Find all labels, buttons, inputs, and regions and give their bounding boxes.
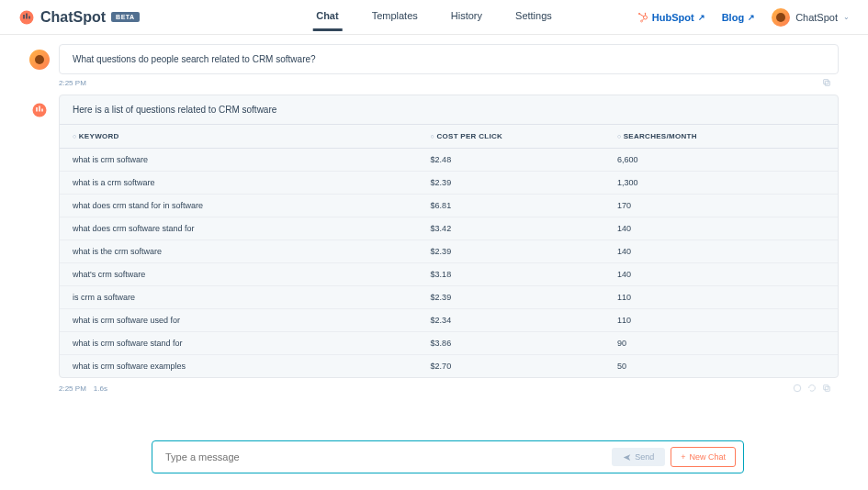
cell-searches: 6,600: [604, 149, 838, 172]
cell-keyword: what is the crm software: [60, 240, 418, 263]
latency: 1.6s: [94, 384, 107, 393]
cell-searches: 90: [604, 332, 838, 355]
external-link-icon: ↗: [748, 13, 755, 22]
blog-link[interactable]: Blog ↗: [722, 12, 755, 23]
beta-badge: BETA: [111, 12, 140, 22]
svg-rect-15: [39, 106, 40, 112]
bot-intro-text: Here is a list of questions related to C…: [60, 105, 838, 124]
table-row: what is crm software used for$2.34110: [60, 309, 838, 332]
svg-rect-1: [23, 15, 25, 19]
svg-rect-3: [28, 16, 30, 18]
bot-avatar: [29, 100, 50, 120]
logo-area[interactable]: ChatSpot BETA: [18, 9, 140, 26]
tab-history[interactable]: History: [447, 3, 486, 31]
table-row: what is the crm software$2.39140: [60, 240, 838, 263]
cell-searches: 50: [604, 355, 838, 378]
timestamp: 2:25 PM: [59, 79, 86, 87]
input-bar: Send + New Chat: [152, 440, 744, 473]
svg-point-10: [640, 20, 642, 22]
cell-keyword: what is crm software used for: [60, 309, 418, 332]
cell-cpc: $3.86: [418, 332, 604, 355]
cell-cpc: $3.18: [418, 263, 604, 286]
copy-icon[interactable]: [822, 78, 831, 87]
external-link-icon: ↗: [698, 13, 705, 22]
cell-searches: 110: [604, 286, 838, 309]
svg-point-6: [638, 13, 640, 15]
blog-label: Blog: [722, 12, 744, 23]
bot-message-bubble: Here is a list of questions related to C…: [59, 95, 839, 378]
message-input[interactable]: [160, 448, 612, 466]
user-message-bubble: What questions do people search related …: [59, 44, 839, 74]
user-menu[interactable]: ChatSpot ⌄: [772, 8, 850, 27]
new-chat-label: New Chat: [689, 452, 726, 462]
copy-icon[interactable]: [822, 384, 831, 393]
plus-icon: +: [681, 452, 685, 462]
info-icon[interactable]: [793, 384, 802, 393]
table-row: what is crm software stand for$3.8690: [60, 332, 838, 355]
table-row: what is crm software examples$2.7050: [60, 355, 838, 378]
hubspot-link[interactable]: HubSpot ↗: [637, 12, 705, 23]
refresh-icon[interactable]: [807, 384, 817, 393]
table-row: what does crm stand for in software$6.81…: [60, 195, 838, 217]
nav-tabs: Chat Templates History Settings: [312, 3, 556, 31]
cell-cpc: $2.39: [418, 172, 604, 195]
cell-searches: 110: [604, 309, 838, 332]
col-cpc[interactable]: COST PER CLICK: [418, 125, 604, 149]
timestamp: 2:25 PM: [59, 384, 86, 393]
cell-searches: 170: [604, 195, 838, 217]
table-row: is crm a software$2.39110: [60, 286, 838, 309]
cell-keyword: what does crm software stand for: [60, 217, 418, 240]
user-name: ChatSpot: [795, 12, 838, 23]
logo-text: ChatSpot: [40, 9, 106, 26]
cell-keyword: what is a crm software: [60, 172, 418, 195]
cell-cpc: $2.39: [418, 286, 604, 309]
send-button[interactable]: Send: [612, 448, 665, 466]
hubspot-icon: [637, 12, 648, 23]
send-icon: [623, 453, 631, 462]
cell-keyword: what is crm software examples: [60, 355, 418, 378]
bot-message-row: Here is a list of questions related to C…: [29, 95, 839, 378]
col-searches[interactable]: SEARCHES/MONTH: [604, 125, 838, 149]
tab-settings[interactable]: Settings: [512, 3, 556, 31]
cell-searches: 140: [604, 263, 838, 286]
cell-keyword: what's crm software: [60, 263, 418, 286]
cell-searches: 140: [604, 240, 838, 263]
header-right: HubSpot ↗ Blog ↗ ChatSpot ⌄: [637, 8, 850, 27]
svg-rect-14: [36, 107, 38, 112]
hubspot-label: HubSpot: [652, 12, 694, 23]
cell-cpc: $3.42: [418, 217, 604, 240]
table-row: what's crm software$3.18140: [60, 263, 838, 286]
chat-area: What questions do people search related …: [0, 35, 868, 429]
user-message-row: What questions do people search related …: [29, 44, 839, 74]
results-table: KEYWORD COST PER CLICK SEARCHES/MONTH wh…: [60, 124, 838, 377]
tab-templates[interactable]: Templates: [368, 3, 422, 31]
svg-rect-11: [825, 81, 829, 85]
tab-chat[interactable]: Chat: [312, 3, 342, 31]
svg-point-8: [645, 12, 647, 14]
col-keyword[interactable]: KEYWORD: [60, 125, 418, 149]
cell-searches: 140: [604, 217, 838, 240]
cell-cpc: $2.34: [418, 309, 604, 332]
user-avatar: [29, 50, 50, 70]
cell-cpc: $2.70: [418, 355, 604, 378]
cell-cpc: $6.81: [418, 195, 604, 217]
chatspot-bot-icon: [31, 102, 48, 118]
cell-searches: 1,300: [604, 172, 838, 195]
cell-cpc: $2.48: [418, 149, 604, 172]
table-row: what does crm software stand for$3.42140: [60, 217, 838, 240]
cell-keyword: what is crm software stand for: [60, 332, 418, 355]
new-chat-button[interactable]: + New Chat: [671, 447, 736, 467]
chevron-down-icon: ⌄: [843, 13, 850, 21]
cell-keyword: what does crm stand for in software: [60, 195, 418, 217]
cell-keyword: what is crm software: [60, 149, 418, 172]
chatspot-logo-icon: [18, 9, 35, 26]
svg-rect-12: [824, 80, 829, 84]
svg-rect-2: [26, 13, 28, 18]
table-row: what is crm software$2.486,600: [60, 149, 838, 172]
bot-message-meta: 2:25 PM 1.6s: [59, 384, 839, 393]
svg-rect-19: [824, 385, 829, 390]
send-label: Send: [635, 452, 654, 462]
bot-actions: [793, 384, 831, 393]
cell-cpc: $2.39: [418, 240, 604, 263]
avatar: [772, 8, 790, 27]
